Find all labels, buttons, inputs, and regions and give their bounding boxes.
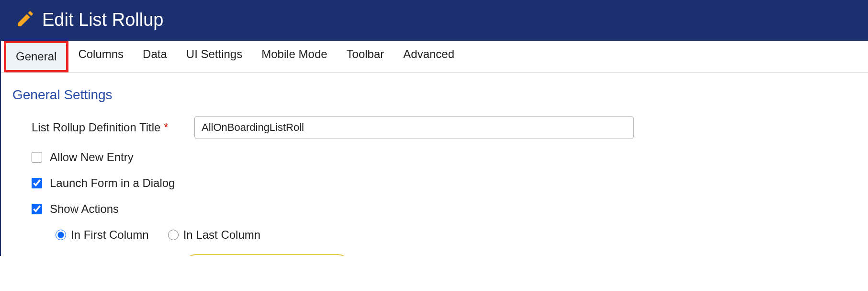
title-label-text: List Rollup Definition Title xyxy=(32,121,160,134)
allow-new-entry-row: Allow New Entry xyxy=(12,151,857,164)
show-actions-checkbox[interactable] xyxy=(32,204,42,214)
title-field-label: List Rollup Definition Title * xyxy=(32,121,194,134)
content-panel: General Settings List Rollup Definition … xyxy=(1,73,868,256)
launch-dialog-row: Launch Form in a Dialog xyxy=(12,176,857,190)
launch-dialog-checkbox[interactable] xyxy=(32,178,42,188)
title-input[interactable] xyxy=(194,116,634,139)
show-actions-label: Show Actions xyxy=(50,202,119,216)
position-radio-row: In First Column In Last Column xyxy=(12,228,857,242)
launch-dialog-label: Launch Form in a Dialog xyxy=(50,176,175,190)
tab-general[interactable]: General xyxy=(4,41,68,72)
pencil-icon xyxy=(15,9,35,31)
allow-new-entry-label: Allow New Entry xyxy=(50,151,134,164)
title-field-row: List Rollup Definition Title * xyxy=(12,116,857,139)
show-actions-row: Show Actions xyxy=(12,202,857,216)
tab-mobile-mode[interactable]: Mobile Mode xyxy=(252,41,337,72)
page-header: Edit List Rollup xyxy=(1,0,868,41)
tab-columns[interactable]: Columns xyxy=(68,41,133,72)
tab-bar: General Columns Data UI Settings Mobile … xyxy=(1,41,868,73)
tab-toolbar[interactable]: Toolbar xyxy=(337,41,394,72)
required-asterisk: * xyxy=(164,121,168,134)
position-first-label: In First Column xyxy=(71,228,149,242)
allow-new-entry-checkbox[interactable] xyxy=(32,152,42,163)
page-title: Edit List Rollup xyxy=(42,10,163,30)
tab-data[interactable]: Data xyxy=(133,41,177,72)
position-first-option[interactable]: In First Column xyxy=(56,228,149,242)
section-title: General Settings xyxy=(12,87,857,103)
position-last-radio[interactable] xyxy=(168,230,179,240)
position-first-radio[interactable] xyxy=(56,230,66,240)
position-last-label: In Last Column xyxy=(183,228,260,242)
tab-ui-settings[interactable]: UI Settings xyxy=(177,41,252,72)
tab-advanced[interactable]: Advanced xyxy=(394,41,464,72)
position-last-option[interactable]: In Last Column xyxy=(168,228,260,242)
